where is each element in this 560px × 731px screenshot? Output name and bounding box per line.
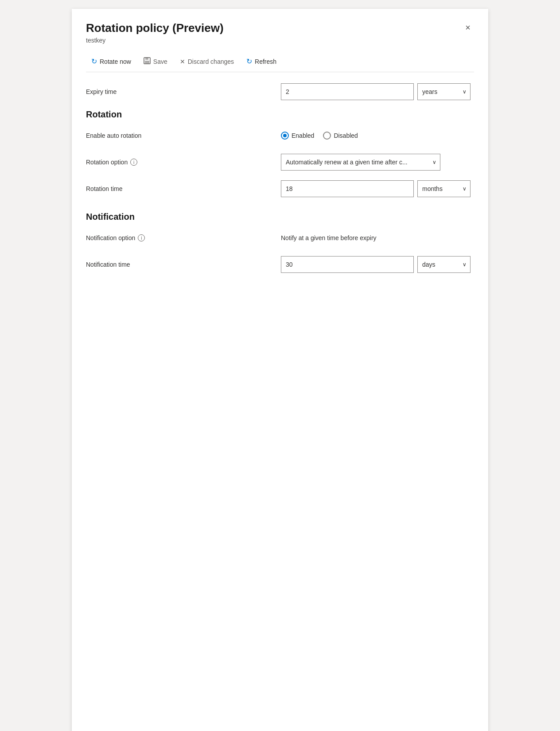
auto-rotation-radios: Enabled Disabled: [281, 132, 358, 140]
expiry-time-label: Expiry time: [86, 88, 281, 95]
notification-time-input[interactable]: [281, 256, 414, 273]
rotation-time-input[interactable]: [281, 180, 414, 197]
expiry-time-controls: days months years: [281, 83, 474, 100]
panel-subtitle: testkey: [86, 37, 474, 44]
rotate-now-button[interactable]: ↻ Rotate now: [86, 54, 136, 68]
rotation-time-unit-select[interactable]: days months years: [418, 181, 470, 197]
rotation-time-controls: days months years: [281, 180, 474, 197]
enabled-radio-option[interactable]: Enabled: [281, 132, 314, 140]
panel-title-container: Rotation policy (Preview): [86, 21, 224, 35]
toolbar: ↻ Rotate now Save ✕ Discard changes ↻ Re…: [86, 51, 474, 72]
notification-heading: Notification: [86, 212, 474, 222]
refresh-button[interactable]: ↻ Refresh: [241, 54, 282, 68]
rotation-section: Rotation Enable auto rotation Enabled Di…: [86, 109, 474, 198]
expiry-time-row: Expiry time days months years: [86, 83, 474, 101]
discard-label: Discard changes: [188, 58, 234, 65]
discard-icon: ✕: [180, 58, 185, 65]
rotation-option-label: Rotation option i: [86, 159, 281, 166]
notification-option-row: Notification option i Notify at a given …: [86, 229, 474, 247]
notification-time-controls: days months years: [281, 256, 474, 273]
expiry-unit-select[interactable]: days months years: [418, 84, 470, 100]
rotation-heading: Rotation: [86, 109, 474, 120]
discard-changes-button[interactable]: ✕ Discard changes: [175, 55, 239, 68]
expiry-time-input[interactable]: [281, 83, 414, 100]
disabled-radio-circle[interactable]: [323, 132, 331, 140]
svg-rect-2: [145, 61, 149, 63]
expiry-unit-dropdown[interactable]: days months years: [417, 83, 471, 100]
rotation-option-controls: Automatically renew at a given time afte…: [281, 154, 474, 171]
rotation-option-dropdown[interactable]: Automatically renew at a given time afte…: [281, 154, 440, 171]
panel-header: Rotation policy (Preview) ×: [86, 21, 474, 35]
close-button[interactable]: ×: [462, 21, 474, 34]
rotation-time-label: Rotation time: [86, 185, 281, 192]
rotation-option-info-icon[interactable]: i: [130, 159, 137, 166]
save-label: Save: [153, 58, 167, 65]
enable-auto-rotation-label: Enable auto rotation: [86, 132, 281, 139]
disabled-radio-label: Disabled: [334, 132, 358, 139]
notification-time-label: Notification time: [86, 261, 281, 268]
disabled-radio-option[interactable]: Disabled: [323, 132, 358, 140]
notification-section: Notification Notification option i Notif…: [86, 212, 474, 273]
rotation-option-row: Rotation option i Automatically renew at…: [86, 153, 474, 171]
enable-auto-rotation-row: Enable auto rotation Enabled Disabled: [86, 127, 474, 144]
save-icon: [144, 57, 151, 66]
notification-option-controls: Notify at a given time before expiry: [281, 234, 474, 241]
notification-time-unit-dropdown[interactable]: days months years: [417, 256, 471, 273]
rotate-now-icon: ↻: [91, 57, 97, 66]
enabled-radio-label: Enabled: [292, 132, 314, 139]
rotation-time-row: Rotation time days months years: [86, 180, 474, 198]
auto-rotation-radio-group: Enabled Disabled: [281, 132, 474, 140]
notification-option-info-icon[interactable]: i: [138, 234, 145, 241]
rotate-now-label: Rotate now: [100, 58, 131, 65]
refresh-label: Refresh: [255, 58, 276, 65]
refresh-icon: ↻: [246, 57, 252, 66]
save-button[interactable]: Save: [138, 54, 173, 68]
rotation-policy-panel: Rotation policy (Preview) × testkey ↻ Ro…: [72, 9, 488, 731]
notification-time-row: Notification time days months years: [86, 256, 474, 273]
rotation-option-select[interactable]: Automatically renew at a given time afte…: [281, 154, 440, 170]
notification-option-value: Notify at a given time before expiry: [281, 234, 377, 241]
notification-time-unit-select[interactable]: days months years: [418, 257, 470, 272]
notification-option-label: Notification option i: [86, 234, 281, 241]
svg-rect-1: [145, 58, 148, 60]
rotation-time-unit-dropdown[interactable]: days months years: [417, 180, 471, 197]
enabled-radio-circle[interactable]: [281, 132, 289, 140]
panel-title: Rotation policy (Preview): [86, 21, 224, 35]
